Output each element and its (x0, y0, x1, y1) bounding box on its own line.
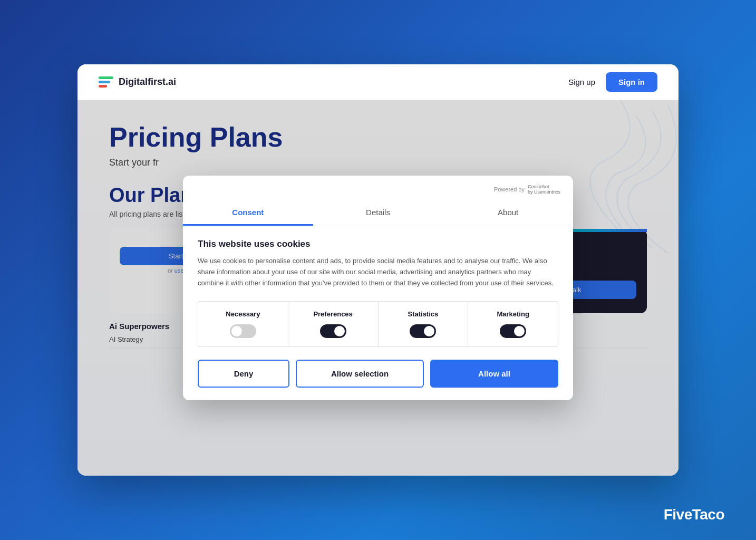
preferences-knob (334, 326, 345, 336)
modal-description: We use cookies to personalise content an… (198, 256, 558, 288)
tab-consent[interactable]: Consent (183, 200, 313, 226)
deny-button[interactable]: Deny (198, 360, 289, 388)
marketing-knob (514, 326, 525, 336)
toggle-item-necessary: Necessary (198, 302, 288, 346)
marketing-toggle[interactable] (500, 324, 526, 338)
signin-button[interactable]: Sign in (606, 72, 657, 92)
signup-button[interactable]: Sign up (568, 78, 595, 86)
modal-overlay: Powered by Cookiebot by Usercentrics Con… (77, 100, 679, 476)
fivetaco-brand: FiveTaco (664, 506, 724, 523)
statistics-knob (424, 326, 434, 336)
toggle-item-marketing: Marketing (468, 302, 558, 346)
allow-selection-button[interactable]: Allow selection (296, 360, 424, 388)
logo-icon (99, 76, 113, 88)
cookiebot-sub: by Usercentrics (528, 189, 560, 195)
modal-body: This website uses cookies We use cookies… (183, 226, 573, 400)
allow-all-button[interactable]: Allow all (430, 360, 558, 388)
website-container: Digitalfirst.ai Sign up Sign in Pricing … (77, 64, 679, 476)
powered-by-text: Powered by (494, 186, 525, 192)
modal-tabs: Consent Details About (183, 200, 573, 226)
necessary-toggle[interactable] (230, 324, 256, 338)
site-logo: Digitalfirst.ai (99, 76, 176, 88)
header-actions: Sign up Sign in (568, 72, 657, 92)
powered-by: Powered by Cookiebot by Usercentrics (494, 184, 560, 196)
toggle-item-statistics: Statistics (379, 302, 469, 346)
preferences-label: Preferences (313, 310, 352, 318)
logo-text: Digitalfirst.ai (119, 76, 176, 88)
cookiebot-name: Cookiebot (528, 184, 560, 190)
modal-buttons: Deny Allow selection Allow all (198, 360, 558, 388)
cookiebot-header: Powered by Cookiebot by Usercentrics (183, 176, 573, 196)
cookie-modal: Powered by Cookiebot by Usercentrics Con… (183, 176, 573, 401)
necessary-knob (231, 326, 242, 336)
modal-title: This website uses cookies (198, 239, 558, 249)
necessary-label: Necessary (226, 310, 260, 318)
toggles-row: Necessary Preferences St (198, 301, 558, 347)
tab-about[interactable]: About (443, 200, 573, 226)
tab-details[interactable]: Details (313, 200, 443, 226)
statistics-toggle[interactable] (410, 324, 436, 338)
site-content: Pricing Plans Start your fr Our Plan All… (77, 100, 679, 476)
toggle-item-preferences: Preferences (288, 302, 379, 346)
marketing-label: Marketing (497, 310, 529, 318)
cookiebot-logo: Cookiebot by Usercentrics (528, 184, 560, 196)
site-header: Digitalfirst.ai Sign up Sign in (77, 64, 679, 100)
statistics-label: Statistics (408, 310, 438, 318)
preferences-toggle[interactable] (320, 324, 346, 338)
